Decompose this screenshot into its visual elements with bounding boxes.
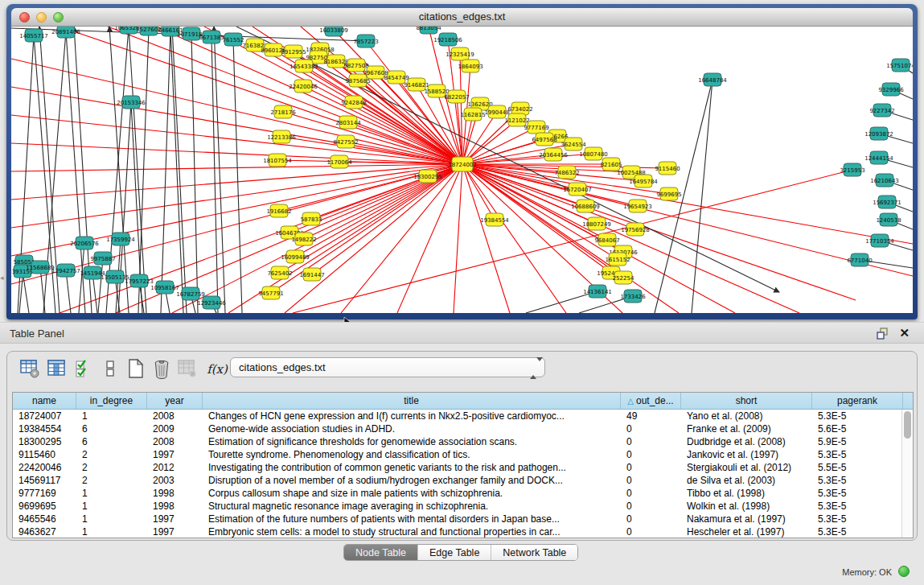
node-attribute-table[interactable]: namein_degreeyeartitle△out_de...shortpag… [12, 392, 914, 538]
table-row[interactable]: 946554611997Estimation of the future num… [13, 513, 913, 525]
graph-node-label: 12942757 [51, 268, 80, 274]
table-row[interactable]: 946362711997Embryonic stem cells: a mode… [13, 525, 913, 538]
graph-node-label: 1733426 [620, 294, 646, 300]
delete-column-button[interactable] [176, 357, 199, 381]
graph-node-label: 8912955 [281, 49, 306, 56]
create-table-button[interactable] [125, 357, 147, 381]
vertical-scrollbar[interactable] [901, 410, 913, 538]
table-cell: Genome-wide association studies in ADHD. [203, 422, 621, 435]
table-row[interactable]: 969969511998Structural magnetic resonanc… [13, 500, 913, 513]
table-row[interactable]: 2242004622012Investigating the contribut… [13, 461, 913, 474]
table-cell: 1 [76, 487, 147, 500]
graph-node-label: 6734022 [507, 106, 532, 113]
table-row[interactable]: 1872400712008Changes of HCN gene express… [13, 410, 913, 422]
table-row[interactable]: 1830029562008Estimation of significance … [13, 435, 913, 448]
tab-network-table[interactable]: Network Table [491, 545, 577, 560]
network-window-titlebar[interactable]: citations_edges.txt [11, 8, 913, 27]
graph-node-label: 9242848 [341, 100, 366, 106]
function-builder-button[interactable]: f(x) [203, 357, 231, 381]
column-header-in_degree[interactable]: in_degree [76, 393, 147, 409]
scrollbar-thumb[interactable] [904, 411, 911, 439]
close-panel-icon[interactable]: ✕ [899, 326, 910, 340]
panel-collapse-arrow-icon[interactable]: ◂ [0, 274, 4, 282]
table-cell: 1998 [147, 500, 203, 513]
show-columns-button[interactable] [46, 357, 68, 381]
graph-node-label: 19654923 [623, 204, 652, 210]
table-cell: 5.3E-5 [812, 410, 903, 422]
graph-node-label: 9684067 [594, 237, 619, 244]
graph-node-label: 8813054 [416, 27, 441, 31]
graph-node-label: 16782759 [176, 291, 205, 298]
graph-node-label: 18724007 [448, 162, 477, 168]
table-cell: Tourette syndrome. Phenomenology and cla… [203, 448, 621, 461]
graph-node-label: 3624554 [561, 142, 586, 148]
table-cell: Changes of HCN gene expression and I(f) … [203, 410, 621, 422]
table-cell: 2008 [147, 435, 203, 448]
table-cell: Jankovic et al. (1997) [681, 448, 812, 461]
table-cell: de Silva et al. (2003) [681, 474, 812, 487]
graph-node-label: 15720407 [563, 187, 592, 193]
graph-edge [11, 164, 462, 171]
table-cell: 2 [76, 474, 147, 487]
graph-node-label: 20891406 [51, 29, 80, 35]
column-header-year[interactable]: year [147, 393, 203, 409]
table-cell: 0 [621, 435, 681, 448]
column-header-name[interactable]: name [13, 393, 76, 409]
graph-node-label: 16648784 [698, 77, 727, 84]
tab-edge-table[interactable]: Edge Table [417, 545, 491, 560]
table-cell: 1997 [147, 525, 203, 538]
column-header-title[interactable]: title [203, 393, 621, 409]
table-cell: 2009 [147, 422, 203, 435]
graph-node-label: 761552 [223, 37, 244, 43]
graph-node-label: 16495784 [629, 179, 658, 185]
graph-node-label: 6822057 [444, 94, 469, 101]
table-cell: 0 [621, 487, 681, 500]
table-cell: 9465546 [13, 513, 76, 525]
graph-node-label: 9975887 [90, 256, 115, 262]
table-mode-button[interactable] [18, 357, 41, 381]
table-body: 1872400712008Changes of HCN gene express… [13, 410, 913, 538]
delete-table-button[interactable] [150, 357, 173, 381]
float-panel-icon[interactable] [877, 328, 889, 340]
network-canvas[interactable]: 1872400718300295193845547163822896012889… [11, 27, 913, 313]
table-cell: Nakamura et al. (1997) [681, 513, 812, 525]
table-row[interactable]: 1456911722003Disruption of a novel membe… [13, 474, 913, 487]
graph-node-label: 8427552 [333, 139, 358, 146]
graph-edge [454, 164, 462, 313]
table-cell: 14569117 [13, 474, 76, 487]
table-cell: 9777169 [13, 487, 76, 500]
table-row[interactable]: 977716911998Corpus callosum shape and si… [13, 487, 913, 500]
table-cell: 9463627 [13, 525, 76, 538]
graph-node-label: 22420046 [289, 84, 318, 90]
memory-status-indicator[interactable] [898, 566, 910, 577]
graph-node-label: 7857223 [353, 39, 378, 45]
table-panel-body: f(x) citations_edges.txt namein_degreeye… [6, 351, 918, 541]
column-header-pagerank[interactable]: pagerank [812, 393, 903, 409]
column-header-out_de[interactable]: △out_de... [621, 393, 681, 409]
table-cell: 0 [621, 474, 681, 487]
table-row[interactable]: 1938455462009Genome-wide association stu… [13, 422, 913, 435]
graph-node-label: 16543382 [290, 64, 318, 70]
table-cell: 2 [76, 448, 147, 461]
table-header-row: namein_degreeyeartitle△out_de...shortpag… [13, 393, 913, 410]
table-cell: 0 [621, 513, 681, 525]
tab-node-table[interactable]: Node Table [344, 545, 417, 560]
graph-node-label: 14055717 [19, 33, 48, 39]
table-cell: Hescheler et al. (1997) [681, 525, 812, 538]
graph-node-label: 9457791 [258, 290, 283, 297]
table-cell: 5.5E-5 [812, 461, 903, 474]
graph-edge [191, 34, 198, 313]
graph-node-label: 9671385 [199, 35, 224, 41]
network-window-frame[interactable]: citations_edges.txt 18724007183002951938… [6, 4, 918, 319]
table-cell: 1 [76, 410, 147, 422]
table-row[interactable]: 911546021997Tourette syndrome. Phenomeno… [13, 448, 913, 461]
graph-edge [233, 39, 242, 313]
column-header-short[interactable]: short [681, 393, 812, 409]
table-source-dropdown[interactable]: citations_edges.txt [230, 357, 545, 377]
graph-node-label: 10958167 [150, 285, 179, 291]
unselect-all-columns-button[interactable] [99, 357, 121, 381]
table-cell: 1998 [147, 487, 203, 500]
graph-node-label: 16210643 [870, 178, 899, 184]
select-all-columns-button[interactable] [73, 357, 96, 381]
table-cell: 2 [76, 461, 147, 474]
